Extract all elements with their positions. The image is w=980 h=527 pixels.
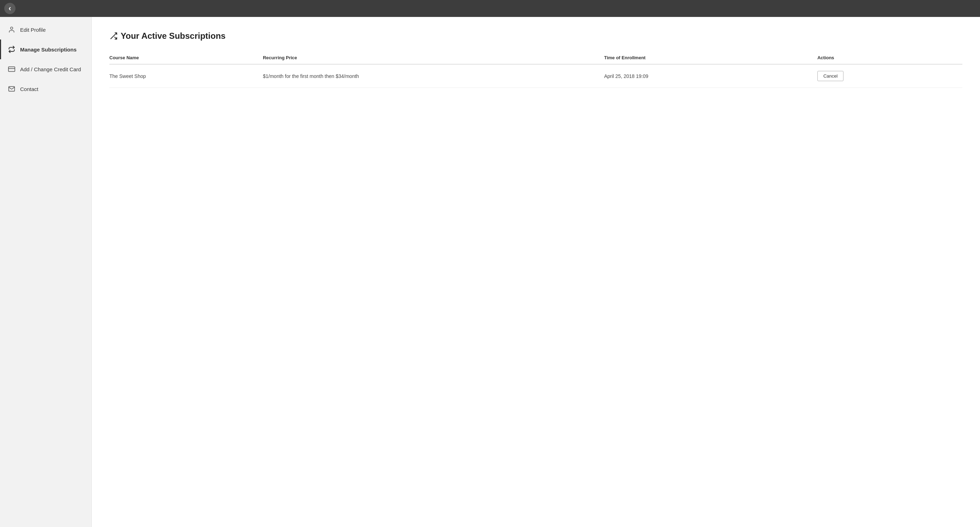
page-title-row: Your Active Subscriptions [109, 31, 963, 41]
sidebar-item-edit-profile[interactable]: Edit Profile [0, 20, 91, 40]
sidebar-item-add-credit-card-label: Add / Change Credit Card [20, 66, 81, 72]
sidebar-item-manage-subscriptions[interactable]: Manage Subscriptions [0, 40, 91, 59]
table-row: The Sweet Shop$1/month for the first mon… [109, 64, 963, 88]
col-header-course-name: Course Name [109, 51, 263, 64]
sidebar-item-manage-subscriptions-label: Manage Subscriptions [20, 46, 76, 53]
subscriptions-icon [109, 32, 118, 40]
back-button[interactable] [4, 3, 16, 14]
subscriptions-table: Course Name Recurring Price Time of Enro… [109, 51, 963, 88]
cancel-button[interactable]: Cancel [818, 71, 843, 81]
sidebar-item-edit-profile-label: Edit Profile [20, 27, 46, 33]
sidebar: Edit Profile Manage Subscriptions Ad [0, 17, 92, 527]
svg-rect-1 [8, 67, 15, 71]
user-icon [8, 26, 15, 33]
sidebar-item-add-credit-card[interactable]: Add / Change Credit Card [0, 59, 91, 79]
col-header-recurring-price: Recurring Price [263, 51, 604, 64]
cell-time-of-enrollment: April 25, 2018 19:09 [604, 64, 818, 88]
main-content: Your Active Subscriptions Course Name Re… [92, 17, 980, 527]
refresh-icon [8, 46, 15, 53]
back-arrow-icon [8, 4, 11, 13]
cell-actions: Cancel [818, 64, 963, 88]
cell-course-name: The Sweet Shop [109, 64, 263, 88]
col-header-actions: Actions [818, 51, 963, 64]
svg-point-0 [11, 27, 13, 30]
card-icon [8, 65, 15, 73]
col-header-time-of-enrollment: Time of Enrollment [604, 51, 818, 64]
sidebar-item-contact[interactable]: Contact [0, 79, 91, 99]
app-layout: Edit Profile Manage Subscriptions Ad [0, 17, 980, 527]
cell-recurring-price: $1/month for the first month then $34/mo… [263, 64, 604, 88]
table-header-row: Course Name Recurring Price Time of Enro… [109, 51, 963, 64]
sidebar-item-contact-label: Contact [20, 86, 38, 92]
top-bar [0, 0, 980, 17]
page-title: Your Active Subscriptions [121, 31, 226, 41]
mail-icon [8, 85, 15, 92]
